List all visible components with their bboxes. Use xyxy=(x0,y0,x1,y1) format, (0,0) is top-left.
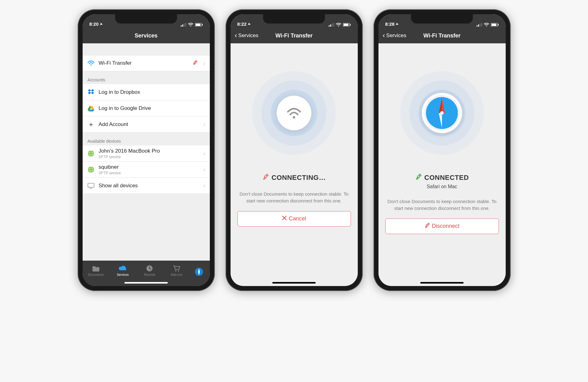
notch xyxy=(115,14,177,24)
row-add-account[interactable]: ＋ Add Account › xyxy=(83,116,210,132)
navbar-title: Wi-Fi Transfer xyxy=(423,33,460,39)
svg-rect-30 xyxy=(329,25,330,27)
row-sub: SFTP service xyxy=(99,171,121,175)
wifi-status-icon xyxy=(188,23,193,27)
chevron-right-icon: › xyxy=(203,150,205,157)
svg-rect-32 xyxy=(332,24,333,27)
row-device-johns-mbp[interactable]: John’s 2016 MacBook Pro SFTP service › xyxy=(83,145,210,162)
tab-addons[interactable]: Add-ons xyxy=(163,261,190,280)
svg-point-55 xyxy=(440,111,444,115)
globe-icon xyxy=(87,166,95,173)
home-indicator[interactable] xyxy=(124,282,168,284)
wifi-icon xyxy=(87,60,95,66)
clock-icon xyxy=(146,265,153,272)
svg-point-8 xyxy=(90,64,92,66)
plug-icon xyxy=(424,223,430,230)
status-right xyxy=(329,23,351,27)
svg-rect-31 xyxy=(330,24,331,27)
battery-icon xyxy=(195,23,203,27)
svg-rect-1 xyxy=(182,24,183,27)
row-dropbox[interactable]: Log in to Dropbox xyxy=(83,84,210,100)
svg-point-38 xyxy=(293,116,295,119)
svg-rect-7 xyxy=(202,24,203,26)
svg-marker-12 xyxy=(88,92,91,94)
svg-rect-40 xyxy=(477,25,478,27)
svg-marker-11 xyxy=(91,89,94,92)
svg-rect-47 xyxy=(498,24,499,26)
section-accounts: Accounts xyxy=(83,71,210,84)
tab-label: Add-ons xyxy=(171,273,182,276)
wifi-transfer-connecting: CONNECTING… Don't close Documents to kee… xyxy=(231,43,358,286)
svg-rect-43 xyxy=(481,23,482,27)
chevron-left-icon: ‹ xyxy=(383,32,385,39)
svg-marker-13 xyxy=(91,92,94,94)
monitor-icon xyxy=(87,183,95,189)
row-sub: SFTP service xyxy=(99,155,160,159)
cellular-icon xyxy=(477,23,482,27)
back-button[interactable]: ‹ Services xyxy=(235,28,259,43)
status-right xyxy=(181,23,203,27)
tab-documents[interactable]: Documents xyxy=(83,261,110,280)
chevron-left-icon: ‹ xyxy=(235,32,237,39)
svg-point-27 xyxy=(178,270,179,271)
tab-label: Recents xyxy=(144,273,155,276)
connected-to: Safari on Mac xyxy=(427,184,457,189)
gdrive-icon xyxy=(87,105,95,111)
navbar-title: Wi-Fi Transfer xyxy=(275,33,313,39)
svg-point-44 xyxy=(486,26,487,27)
wifi-status-icon xyxy=(336,23,341,27)
navbar-title: Services xyxy=(135,33,158,39)
svg-marker-10 xyxy=(88,89,91,92)
cart-icon xyxy=(173,265,180,272)
phone-connecting: 8:22 ➤ ‹ Services Wi-Fi Transfer xyxy=(226,9,363,291)
battery-icon xyxy=(343,23,351,27)
disconnect-button[interactable]: Disconnect xyxy=(385,219,499,234)
tab-label: Services xyxy=(117,273,128,276)
row-device-squibner[interactable]: squibner SFTP service › xyxy=(83,162,210,178)
svg-point-17 xyxy=(88,150,94,157)
tab-browser[interactable] xyxy=(191,266,207,278)
row-label: Add Account xyxy=(99,121,200,128)
services-list[interactable]: Wi-Fi Transfer › Accounts Log in to Drop… xyxy=(83,43,210,261)
plug-icon xyxy=(192,60,198,67)
tab-recents[interactable]: Recents xyxy=(136,261,163,280)
svg-rect-33 xyxy=(333,23,334,27)
compass-icon xyxy=(195,268,203,276)
row-gdrive[interactable]: Log in to Google Drive xyxy=(83,100,210,116)
status-time: 8:22 xyxy=(237,21,247,27)
status-right xyxy=(477,23,499,27)
home-indicator[interactable] xyxy=(272,282,316,284)
chevron-right-icon: › xyxy=(203,182,205,189)
chevron-right-icon: › xyxy=(203,121,205,128)
svg-point-56 xyxy=(417,176,420,178)
navbar: Services xyxy=(83,28,210,43)
svg-point-34 xyxy=(338,26,339,27)
back-label: Services xyxy=(386,33,406,39)
wifi-transfer-connected: CONNECTED Safari on Mac Don't close Docu… xyxy=(378,43,506,286)
chevron-right-icon: › xyxy=(203,60,205,67)
svg-point-9 xyxy=(194,62,196,63)
row-wifi-transfer[interactable]: Wi-Fi Transfer › xyxy=(83,55,210,71)
svg-point-57 xyxy=(426,224,428,226)
back-button[interactable]: ‹ Services xyxy=(383,28,407,43)
safari-icon xyxy=(422,93,462,133)
svg-point-4 xyxy=(190,26,191,27)
plug-icon xyxy=(262,173,269,182)
row-label: squibner xyxy=(99,164,121,170)
radar-illustration xyxy=(400,71,484,155)
tab-label: Documents xyxy=(88,273,104,276)
chevron-right-icon: › xyxy=(203,166,205,173)
row-label: Log in to Dropbox xyxy=(99,89,205,95)
svg-rect-0 xyxy=(181,25,182,27)
x-icon xyxy=(282,215,287,222)
svg-rect-6 xyxy=(196,24,201,26)
status-time: 8:20 xyxy=(89,21,99,27)
cellular-icon xyxy=(329,23,334,27)
location-icon: ➤ xyxy=(395,22,399,26)
cancel-button[interactable]: Cancel xyxy=(237,211,351,227)
folder-icon xyxy=(92,265,100,272)
home-indicator[interactable] xyxy=(420,282,464,284)
tab-services[interactable]: Services xyxy=(109,261,136,280)
row-show-all-devices[interactable]: Show all devices › xyxy=(83,178,210,194)
row-label: John’s 2016 MacBook Pro xyxy=(99,148,160,154)
